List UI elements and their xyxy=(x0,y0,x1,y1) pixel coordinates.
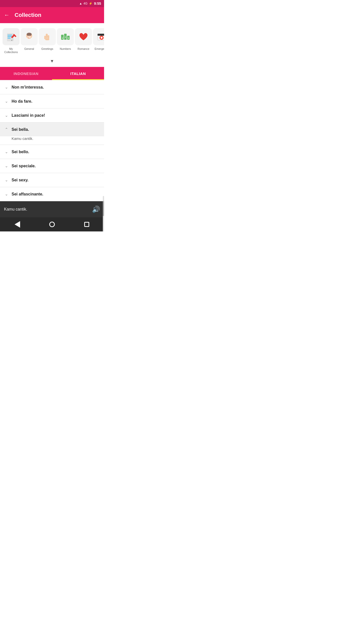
chevron-up-icon: ⌃ xyxy=(4,127,9,132)
phrase-text: Sei bella. xyxy=(12,127,100,132)
svg-rect-1 xyxy=(8,35,12,35)
phrase-text: Sei bello. xyxy=(12,150,100,154)
phrase-header[interactable]: ⌄ Sei speciale. xyxy=(0,159,104,173)
list-item[interactable]: ⌄ Sei sexy. xyxy=(0,173,104,187)
list-item[interactable]: ⌃ Sei bella. Kamu cantik. xyxy=(0,123,104,145)
svg-point-13 xyxy=(27,33,32,36)
phrase-header[interactable]: ⌄ Lasciami in pace! xyxy=(0,108,104,122)
numbers-label: Numbers xyxy=(60,47,71,51)
general-icon xyxy=(21,28,38,45)
signal-icon: ▲ xyxy=(79,2,82,5)
scrollbar-track[interactable] xyxy=(103,196,104,231)
general-label: General xyxy=(24,47,34,51)
player-text: Kamu cantik. xyxy=(4,207,27,212)
list-item[interactable]: ⌄ Sei speciale. xyxy=(0,159,104,173)
my-collections-label: My Collections xyxy=(3,47,19,54)
chevron-down-icon: ⌄ xyxy=(4,178,9,182)
category-item-romance[interactable]: Romance xyxy=(74,27,93,52)
phrase-text: Sei sexy. xyxy=(12,178,100,182)
emergency-label: Emergency xyxy=(95,47,104,51)
svg-point-15 xyxy=(30,36,31,37)
phrase-header[interactable]: ⌄ Ho da fare. xyxy=(0,94,104,108)
list-item[interactable]: ⌄ Ho da fare. xyxy=(0,94,104,108)
svg-rect-20 xyxy=(45,38,49,40)
svg-rect-17 xyxy=(46,34,48,38)
back-triangle-icon xyxy=(15,221,20,228)
phrase-translation: Kamu cantik. xyxy=(0,136,104,145)
chevron-down-icon: ⌄ xyxy=(4,113,9,118)
status-bar: ▲ 4G ⚡ 9:55 xyxy=(0,0,104,7)
volume-icon[interactable]: 🔊 xyxy=(92,206,100,213)
phrase-header[interactable]: ⌄ Non m'interessa. xyxy=(0,80,104,94)
category-item-greetings[interactable]: Greetings xyxy=(38,27,56,52)
phrase-header[interactable]: ⌄ Sei affascinante. xyxy=(0,187,104,201)
nav-recents-button[interactable] xyxy=(82,219,92,229)
svg-rect-2 xyxy=(8,36,12,37)
svg-rect-28 xyxy=(98,34,104,36)
list-item[interactable]: ⌄ Sei affascinante. xyxy=(0,187,104,201)
numbers-icon: 2 1 3 xyxy=(57,28,74,45)
emergency-icon xyxy=(93,28,104,45)
header: ← Collection xyxy=(0,7,104,23)
romance-icon xyxy=(75,28,92,45)
status-time: 9:55 xyxy=(94,2,101,6)
nav-bar xyxy=(0,217,104,231)
greetings-label: Greetings xyxy=(41,47,53,51)
phrase-text: Sei speciale. xyxy=(12,164,100,168)
category-item-emergency[interactable]: Emergency xyxy=(93,27,104,52)
category-item-my-collections[interactable]: My Collections xyxy=(2,27,20,55)
svg-point-14 xyxy=(27,36,28,37)
phrase-list: ⌄ Non m'interessa. ⌄ Ho da fare. ⌄ Lasci… xyxy=(0,80,104,201)
list-item[interactable]: ⌄ Sei bello. xyxy=(0,145,104,159)
tab-indonesian[interactable]: INDONESIAN xyxy=(0,67,52,80)
svg-rect-31 xyxy=(101,37,103,38)
tabs-row: INDONESIAN ITALIAN xyxy=(0,67,104,80)
chevron-down-icon[interactable]: ▾ xyxy=(51,58,53,64)
list-item[interactable]: ⌄ Lasciami in pace! xyxy=(0,108,104,123)
nav-home-button[interactable] xyxy=(47,219,57,229)
category-item-general[interactable]: General xyxy=(20,27,38,52)
phrase-text: Sei affascinante. xyxy=(12,192,100,196)
chevron-down-icon: ⌄ xyxy=(4,149,9,154)
nav-back-button[interactable] xyxy=(12,219,22,229)
tab-italian[interactable]: ITALIAN xyxy=(52,67,104,80)
svg-text:2: 2 xyxy=(62,37,63,39)
chevron-down-icon: ⌄ xyxy=(4,164,9,168)
recents-square-icon xyxy=(84,222,89,227)
greetings-icon xyxy=(39,28,56,45)
chevron-expand-row: ▾ xyxy=(0,57,104,67)
battery-icon: ⚡ xyxy=(89,2,93,5)
home-circle-icon xyxy=(49,222,55,227)
page-title: Collection xyxy=(15,12,41,18)
phrase-header[interactable]: ⌄ Sei bello. xyxy=(0,145,104,159)
status-icons: ▲ 4G ⚡ xyxy=(79,2,93,5)
my-collections-icon xyxy=(3,28,20,45)
phrase-header[interactable]: ⌄ Sei sexy. xyxy=(0,173,104,187)
romance-label: Romance xyxy=(77,47,89,51)
svg-rect-10 xyxy=(28,37,31,37)
category-row: My Collections General Greetings xyxy=(0,23,104,57)
list-item[interactable]: ⌄ Non m'interessa. xyxy=(0,80,104,94)
chevron-down-icon: ⌄ xyxy=(4,85,9,90)
svg-text:1: 1 xyxy=(65,36,66,38)
chevron-down-icon: ⌄ xyxy=(4,192,9,196)
chevron-down-icon: ⌄ xyxy=(4,99,9,104)
phrase-text: Ho da fare. xyxy=(12,99,100,104)
phrase-text: Lasciami in pace! xyxy=(12,113,100,118)
phrase-header-expanded[interactable]: ⌃ Sei bella. xyxy=(0,123,104,136)
svg-rect-19 xyxy=(48,35,49,39)
4g-label: 4G xyxy=(83,2,87,5)
bottom-player: Kamu cantik. 🔊 xyxy=(0,201,104,217)
scrollbar-thumb[interactable] xyxy=(103,201,104,216)
phrase-text: Non m'interessa. xyxy=(12,85,100,90)
svg-rect-3 xyxy=(8,38,11,38)
svg-rect-16 xyxy=(28,37,29,38)
category-item-numbers[interactable]: 2 1 3 Numbers xyxy=(56,27,74,52)
back-button[interactable]: ← xyxy=(4,12,10,18)
svg-text:3: 3 xyxy=(68,37,69,39)
